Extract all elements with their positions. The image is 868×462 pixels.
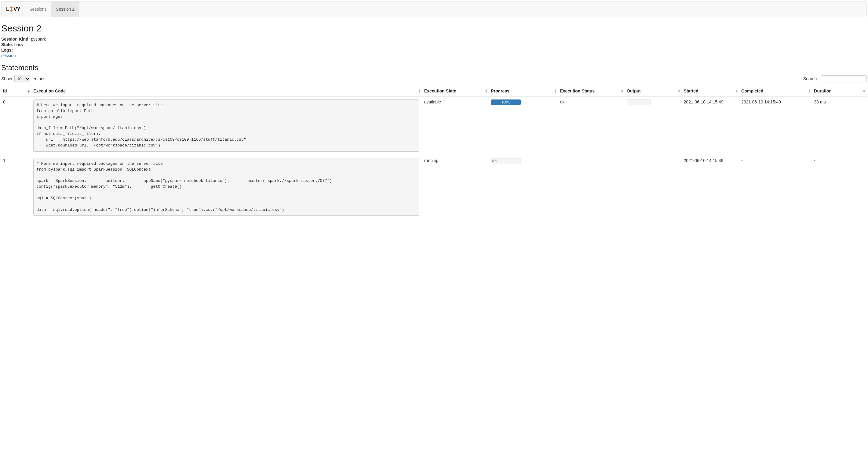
logo-letters-vy: VY: [13, 6, 20, 12]
code-block: # Here we import required packages on th…: [33, 99, 419, 152]
navbar: L VY Sessions Session 2: [1, 1, 867, 17]
sort-icon: ▲▼: [554, 89, 557, 93]
cell-completed: 2021-06-10 14:15:49: [739, 96, 812, 155]
cell-output: [625, 155, 682, 219]
cell-state: available: [423, 96, 489, 155]
col-header-started-label: Started: [684, 89, 698, 93]
col-header-code[interactable]: Execution Code ▲▼: [31, 86, 423, 96]
sort-icon: ▲▼: [678, 89, 681, 93]
page-size-select[interactable]: 102550100: [14, 75, 30, 82]
col-header-id[interactable]: Id ▲▼: [1, 86, 31, 96]
table-header-row: Id ▲▼ Execution Code ▲▼ Execution State …: [1, 86, 867, 96]
brand-logo[interactable]: L VY: [2, 2, 25, 17]
table-body: 0# Here we import required packages on t…: [1, 96, 867, 219]
logs-line: Logs:: [1, 47, 867, 53]
col-header-code-label: Execution Code: [33, 89, 66, 93]
sort-icon: ▲▼: [735, 89, 738, 93]
sort-icon: ▲▼: [863, 89, 866, 93]
session-kind-label: Session Kind:: [1, 37, 30, 41]
cell-duration: 33 ms: [812, 96, 867, 155]
table-row: 0# Here we import required packages on t…: [1, 96, 867, 155]
page-title: Session 2: [1, 23, 867, 34]
output-well: [627, 99, 651, 105]
cell-progress: 100%: [489, 96, 558, 155]
col-header-status[interactable]: Execution Status ▲▼: [558, 86, 625, 96]
statements-heading: Statements: [1, 63, 867, 72]
col-header-duration[interactable]: Duration ▲▼: [812, 86, 867, 96]
col-header-started[interactable]: Started ▲▼: [682, 86, 739, 96]
progress-bar: 100%: [491, 99, 521, 105]
col-header-output[interactable]: Output ▲▼: [625, 86, 682, 96]
statements-table: Id ▲▼ Execution Code ▲▼ Execution State …: [1, 86, 867, 219]
sort-icon: ▲▼: [418, 89, 421, 93]
cell-code: # Here we import required packages on th…: [31, 96, 423, 155]
search-input[interactable]: [821, 75, 867, 82]
cell-status: ok: [558, 96, 625, 155]
cell-code: # Here we import required packages on th…: [31, 155, 423, 219]
progress-bar-fill: 0%: [491, 158, 521, 164]
session-kind-value: pyspark: [31, 37, 46, 41]
sort-icon: ▲▼: [485, 89, 488, 93]
col-header-id-label: Id: [3, 89, 7, 93]
entries-label: entries: [33, 76, 45, 81]
nav-tabs: Sessions Session 2: [25, 2, 79, 17]
logs-label: Logs:: [1, 47, 13, 53]
cell-started: 2021-06-10 14:15:49: [682, 96, 739, 155]
col-header-state[interactable]: Execution State ▲▼: [423, 86, 489, 96]
cell-id: 0: [1, 96, 31, 155]
cell-state: running: [423, 155, 489, 219]
logo-arrow-icon: [9, 6, 13, 12]
state-value: busy: [14, 42, 24, 47]
cell-progress: 0%: [489, 155, 558, 219]
col-header-output-label: Output: [627, 89, 641, 93]
col-header-status-label: Execution Status: [560, 89, 595, 93]
session-kind-line: Session Kind: pyspark: [1, 37, 867, 41]
state-label: State:: [1, 42, 13, 47]
nav-link-session-current[interactable]: Session 2: [51, 2, 79, 17]
col-header-state-label: Execution State: [424, 89, 456, 93]
code-block: # Here we import required packages on th…: [33, 158, 419, 216]
table-controls: Show 102550100 entries Search:: [1, 75, 867, 82]
col-header-completed[interactable]: Completed ▲▼: [739, 86, 812, 96]
state-line: State: busy: [1, 42, 867, 47]
cell-output: [625, 96, 682, 155]
cell-started: 2021-06-10 14:15:49: [682, 155, 739, 219]
nav-link-sessions[interactable]: Sessions: [25, 2, 51, 17]
table-row: 1# Here we import required packages on t…: [1, 155, 867, 219]
cell-status: [558, 155, 625, 219]
search-control: Search:: [803, 75, 867, 82]
search-label: Search:: [803, 76, 818, 81]
logo-letter-l: L: [6, 6, 9, 12]
progress-bar: 0%: [491, 158, 521, 164]
nav-item-sessions: Sessions: [25, 2, 51, 17]
show-label: Show: [1, 76, 12, 81]
nav-item-session-current: Session 2: [51, 2, 79, 17]
page-size-control: Show 102550100 entries: [1, 75, 45, 82]
cell-id: 1: [1, 155, 31, 219]
cell-duration: -: [812, 155, 867, 219]
sort-icon: ▲▼: [808, 89, 811, 93]
col-header-duration-label: Duration: [814, 89, 832, 93]
logs-session-link[interactable]: session: [1, 53, 16, 58]
cell-completed: -: [739, 155, 812, 219]
sort-icon: ▲▼: [621, 89, 624, 93]
col-header-progress-label: Progress: [491, 89, 509, 93]
sort-icon: ▲▼: [27, 89, 30, 93]
col-header-progress[interactable]: Progress ▲▼: [489, 86, 558, 96]
logs-link-line: session: [1, 53, 867, 58]
progress-bar-fill: 100%: [491, 99, 521, 105]
col-header-completed-label: Completed: [741, 89, 763, 93]
